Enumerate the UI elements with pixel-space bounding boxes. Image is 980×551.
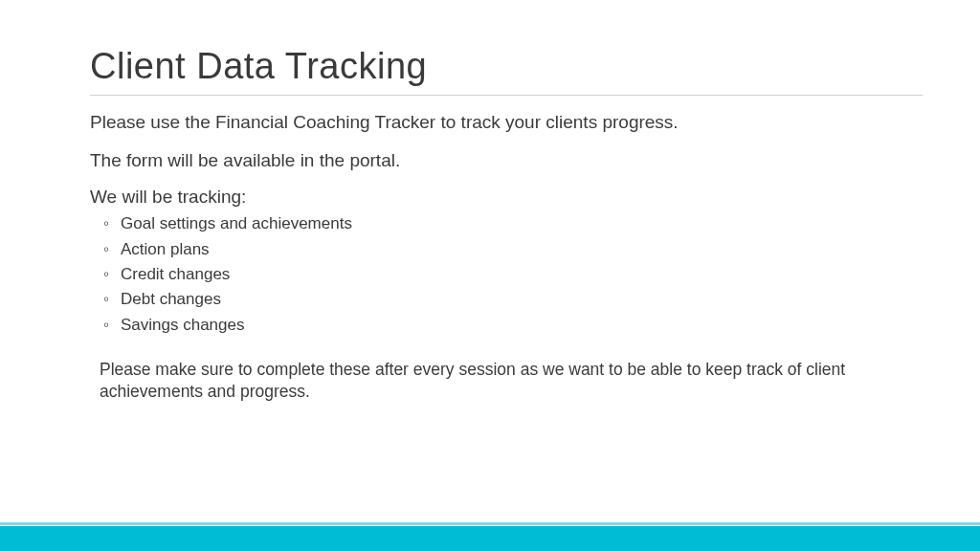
intro-paragraph-2: The form will be available in the portal… bbox=[90, 149, 923, 173]
title-divider bbox=[90, 95, 923, 96]
slide-title: Client Data Tracking bbox=[90, 46, 923, 87]
closing-paragraph: Please make sure to complete these after… bbox=[90, 359, 923, 403]
list-item: Debt changes bbox=[121, 287, 923, 312]
footer-accent-bar bbox=[0, 526, 980, 551]
tracking-label: We will be tracking: bbox=[90, 187, 923, 208]
list-item: Action plans bbox=[121, 237, 923, 262]
intro-paragraph-1: Please use the Financial Coaching Tracke… bbox=[90, 111, 923, 135]
list-item: Goal settings and achievements bbox=[121, 211, 923, 236]
tracking-list: Goal settings and achievements Action pl… bbox=[90, 211, 923, 338]
list-item: Savings changes bbox=[121, 313, 923, 338]
list-item: Credit changes bbox=[121, 262, 923, 287]
slide-content: Client Data Tracking Please use the Fina… bbox=[0, 0, 980, 403]
